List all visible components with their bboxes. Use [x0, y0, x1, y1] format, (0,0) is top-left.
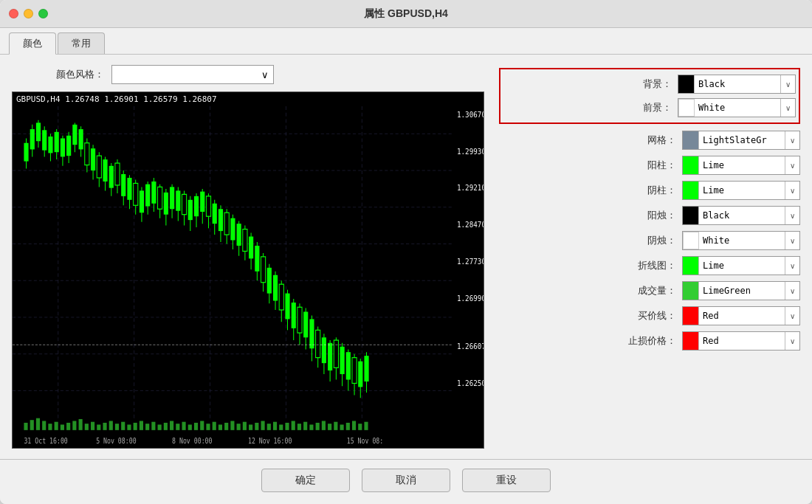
- svg-rect-73: [176, 190, 180, 210]
- grid-dropdown[interactable]: LightSlateGr ∨: [682, 131, 800, 150]
- maximize-button[interactable]: [38, 9, 48, 18]
- footer: 确定 取消 重设: [0, 459, 812, 504]
- svg-rect-138: [36, 418, 40, 430]
- bear-candle-dropdown-arrow: ∨: [785, 232, 799, 249]
- line-chart-color-row: 折线图： Lime ∨: [499, 254, 800, 277]
- bull-candle-dropdown[interactable]: Black ∨: [682, 206, 800, 225]
- bull-candle-color-name: Black: [699, 210, 785, 221]
- grid-color-row: 网格： LightSlateGr ∨: [499, 128, 800, 152]
- stoploss-color-name: Red: [699, 336, 785, 346]
- bear-bar-label: 阴柱：: [632, 184, 676, 197]
- svg-rect-142: [61, 424, 64, 429]
- svg-rect-143: [66, 423, 70, 430]
- svg-text:15 Nov 08:: 15 Nov 08:: [347, 438, 383, 446]
- bull-bar-swatch: [683, 156, 699, 174]
- titlebar: 属性 GBPUSD,H4: [0, 0, 812, 28]
- svg-rect-149: [103, 423, 106, 430]
- bull-bar-dropdown[interactable]: Lime ∨: [682, 156, 800, 175]
- foreground-label: 前景：: [627, 101, 672, 114]
- close-button[interactable]: [9, 9, 18, 18]
- svg-rect-41: [79, 129, 83, 149]
- svg-rect-35: [61, 139, 65, 157]
- ask-line-color-row: 买价线： Red ∨: [499, 304, 800, 328]
- svg-rect-153: [127, 424, 131, 429]
- svg-rect-140: [48, 424, 52, 430]
- bull-candle-swatch: [683, 207, 699, 224]
- chart-ohlc: 1.26748 1.26901 1.26579 1.26807: [65, 94, 216, 104]
- cancel-button[interactable]: 取消: [362, 469, 450, 492]
- stoploss-dropdown-arrow: ∨: [785, 332, 799, 350]
- svg-rect-181: [297, 424, 301, 430]
- tab-common[interactable]: 常用: [58, 32, 105, 54]
- color-style-dropdown[interactable]: ∨: [111, 65, 274, 84]
- svg-text:1.26990: 1.26990: [457, 293, 484, 303]
- volume-dropdown[interactable]: LimeGreen ∨: [682, 281, 800, 300]
- traffic-lights: [9, 9, 48, 18]
- svg-rect-175: [261, 421, 264, 429]
- grid-color-name: LightSlateGr: [699, 135, 785, 145]
- svg-rect-164: [194, 423, 198, 430]
- svg-rect-161: [176, 424, 179, 430]
- line-chart-label: 折线图：: [632, 259, 676, 272]
- bear-candle-color-row: 阴烛： White ∨: [499, 229, 800, 252]
- window-title: 属性 GBPUSD,H4: [364, 7, 448, 21]
- line-chart-dropdown[interactable]: Lime ∨: [682, 256, 800, 275]
- svg-rect-182: [303, 422, 307, 430]
- svg-text:1.26607: 1.26607: [457, 342, 484, 351]
- stoploss-dropdown[interactable]: Red ∨: [682, 331, 800, 351]
- svg-rect-43: [85, 143, 89, 165]
- volume-label: 成交量：: [632, 284, 676, 297]
- bull-bar-dropdown-arrow: ∨: [785, 156, 799, 174]
- svg-text:8 Nov 00:00: 8 Nov 00:00: [172, 438, 212, 446]
- stoploss-color-row: 止损价格： Red ∨: [499, 329, 800, 353]
- svg-rect-159: [164, 423, 168, 430]
- svg-rect-148: [97, 424, 100, 429]
- svg-rect-25: [30, 129, 35, 149]
- confirm-button[interactable]: 确定: [261, 469, 350, 492]
- minimize-button[interactable]: [24, 9, 33, 18]
- svg-rect-154: [134, 423, 137, 430]
- svg-rect-190: [352, 421, 356, 429]
- bear-candle-dropdown[interactable]: White ∨: [682, 231, 800, 250]
- svg-text:31 Oct 16:00: 31 Oct 16:00: [24, 438, 67, 446]
- svg-rect-157: [151, 422, 155, 430]
- svg-rect-147: [91, 422, 94, 430]
- svg-rect-139: [42, 421, 46, 429]
- foreground-dropdown[interactable]: White ∨: [678, 98, 796, 117]
- svg-text:1.30670: 1.30670: [457, 109, 484, 119]
- svg-rect-91: [230, 218, 235, 241]
- svg-rect-27: [36, 122, 41, 141]
- svg-rect-71: [170, 187, 174, 209]
- svg-rect-75: [182, 194, 186, 214]
- volume-swatch: [683, 282, 699, 300]
- color-style-row: 颜色风格： ∨: [12, 65, 484, 84]
- svg-rect-160: [170, 421, 173, 429]
- svg-rect-180: [292, 421, 295, 429]
- ask-line-label: 买价线：: [632, 309, 676, 322]
- bear-candle-swatch: [683, 232, 699, 249]
- svg-rect-146: [85, 424, 89, 430]
- background-dropdown[interactable]: Black ∨: [678, 75, 796, 94]
- svg-rect-49: [103, 159, 107, 182]
- ask-line-dropdown[interactable]: Red ∨: [682, 306, 800, 325]
- svg-rect-165: [200, 421, 204, 429]
- svg-rect-155: [140, 421, 143, 429]
- foreground-swatch: [678, 99, 695, 117]
- chart-body: 1.30670 1.29930 1.29210 1.28470 1.27730 …: [13, 106, 484, 446]
- svg-rect-176: [267, 424, 271, 430]
- background-color-row: 背景： Black ∨: [503, 72, 796, 96]
- svg-rect-167: [213, 422, 216, 430]
- svg-rect-185: [322, 421, 326, 429]
- svg-rect-177: [273, 422, 277, 430]
- svg-rect-33: [55, 132, 59, 152]
- svg-rect-144: [72, 421, 76, 429]
- background-swatch: [678, 75, 695, 93]
- reset-button[interactable]: 重设: [462, 469, 551, 492]
- svg-rect-53: [115, 163, 120, 185]
- tab-color[interactable]: 颜色: [9, 32, 56, 55]
- chart-header: GBPUSD,H4 1.26748 1.26901 1.26579 1.2680…: [13, 92, 484, 106]
- bear-bar-dropdown[interactable]: Lime ∨: [682, 181, 800, 200]
- background-dropdown-arrow: ∨: [780, 75, 795, 93]
- tabs-bar: 颜色 常用: [0, 28, 812, 55]
- highlighted-section: 背景： Black ∨ 前景： White ∨: [499, 68, 800, 124]
